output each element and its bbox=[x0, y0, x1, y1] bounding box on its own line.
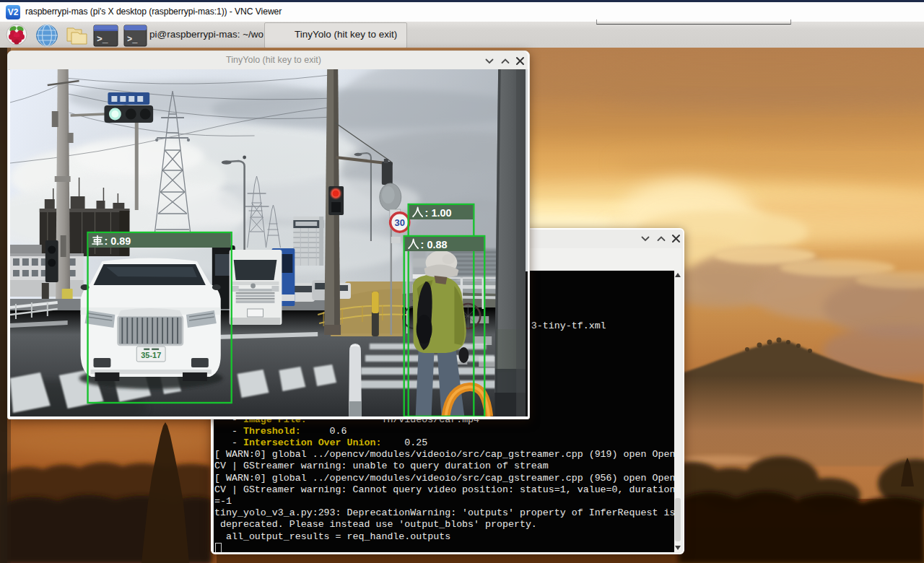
svg-text:: 1.00: : 1.00 bbox=[425, 207, 452, 219]
svg-text:>_: >_ bbox=[127, 35, 138, 45]
svg-text:: 0.88: : 0.88 bbox=[421, 239, 448, 250]
svg-text:: 0.89: : 0.89 bbox=[104, 235, 131, 247]
svg-text:>_: >_ bbox=[97, 34, 108, 45]
svg-text:30: 30 bbox=[395, 217, 405, 228]
svg-text:35-17: 35-17 bbox=[141, 351, 161, 359]
